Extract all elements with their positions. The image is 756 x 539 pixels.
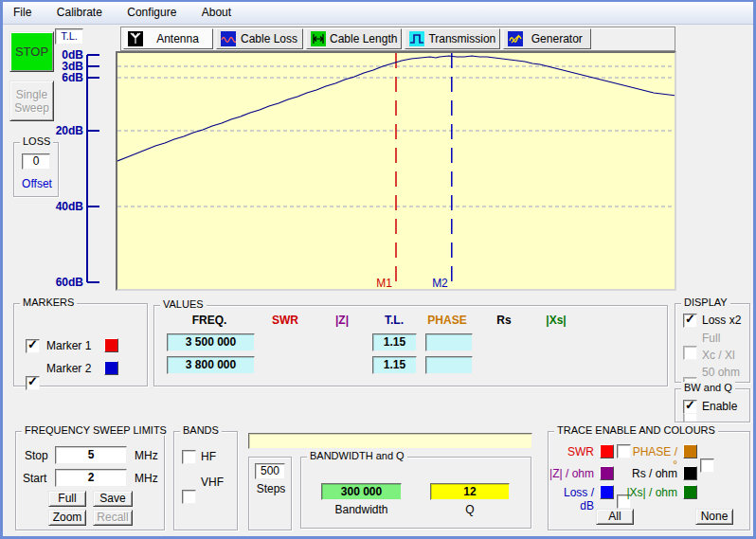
bwq-enable-label: Enable	[702, 400, 737, 413]
chart-plot[interactable]: M1M2	[117, 53, 675, 289]
loss-trace-label: Loss / dB	[549, 486, 594, 512]
rs-colour-swatch[interactable]	[683, 466, 697, 480]
hf-checkbox[interactable]	[182, 450, 196, 464]
tab-cable-loss[interactable]: Cable Loss	[216, 28, 303, 49]
full-label: Full	[702, 332, 720, 345]
start-label: Start	[23, 472, 46, 485]
stop-unit-label: MHz	[135, 449, 158, 462]
fifty-ohm-label: 50 ohm	[702, 366, 740, 379]
vhf-label: VHF	[201, 476, 224, 489]
values-panel-title: VALUES	[160, 298, 207, 310]
tab-cable-length[interactable]: Cable Length	[306, 28, 402, 49]
xs-trace-label: |Xs| / ohm	[622, 486, 677, 499]
mode-tabs: Antenna Cable Loss Cable Length Transmis…	[120, 27, 675, 51]
bands-panel: BANDS HF VHF	[173, 431, 238, 530]
m2-phase-readout	[425, 356, 473, 374]
m1-freq-readout: 3 500 000	[167, 333, 255, 351]
swr-colour-swatch[interactable]	[600, 444, 614, 458]
trace-panel: TRACE ENABLE AND COLOURS SWR PHASE /° |Z…	[548, 431, 750, 530]
col-xs: |Xs|	[546, 314, 566, 327]
marker1-label: Marker 1	[46, 339, 91, 352]
menu-bar: File Calibrate Configure About	[3, 2, 753, 25]
values-panel: VALUES FREQ. SWR |Z| T.L. PHASE Rs |Xs| …	[153, 305, 668, 386]
menu-configure[interactable]: Configure	[117, 2, 187, 24]
recall-button[interactable]: Recall	[93, 510, 133, 526]
status-strip	[248, 433, 532, 449]
loss-x2-checkbox[interactable]	[683, 314, 697, 328]
sweep-limits-panel: FREQUENCY SWEEP LIMITS Stop 5 MHz Start …	[15, 431, 165, 530]
none-traces-button[interactable]: None	[695, 509, 733, 525]
phase-colour-swatch[interactable]	[683, 444, 697, 458]
zoom-button[interactable]: Zoom	[48, 510, 86, 526]
bwq-enable-checkbox[interactable]	[683, 400, 697, 414]
all-traces-button[interactable]: All	[596, 509, 634, 525]
tab-antenna[interactable]: Antenna	[123, 28, 213, 49]
col-tl: T.L.	[385, 314, 404, 327]
col-rs: Rs	[496, 314, 511, 327]
tab-generator[interactable]: Generator	[503, 28, 591, 49]
menu-about[interactable]: About	[191, 2, 242, 24]
marker-label-M1: M1	[376, 277, 392, 289]
loss-offset-panel: LOSS 0 Offset	[13, 142, 59, 197]
z-colour-swatch[interactable]	[600, 466, 614, 480]
full-checkbox	[683, 346, 697, 360]
trace-panel-title: TRACE ENABLE AND COLOURS	[554, 424, 718, 436]
tab-label-cable-length: Cable Length	[330, 32, 397, 45]
loss-offset-label: Offset	[14, 177, 60, 190]
y-axis-tick-label: 60dB	[56, 276, 84, 289]
sweep-limits-title: FREQUENCY SWEEP LIMITS	[22, 424, 170, 436]
bandwidth-label: Bandwidth	[321, 503, 402, 516]
marker1-checkbox[interactable]	[26, 339, 40, 353]
transmission-icon	[409, 31, 424, 46]
m1-phase-readout	[425, 333, 473, 351]
loss-panel-title: LOSS	[20, 135, 53, 147]
single-sweep-button[interactable]: Single Sweep	[9, 81, 54, 121]
markers-panel: MARKERS Marker 1 Marker 2	[13, 303, 148, 386]
bands-panel-title: BANDS	[180, 424, 222, 436]
tab-label-transmission: Transmission	[428, 32, 495, 45]
q-label: Q	[430, 503, 510, 516]
marker2-checkbox[interactable]	[26, 376, 40, 390]
antenna-icon	[128, 31, 143, 46]
col-phase: PHASE	[427, 314, 466, 327]
menu-calibrate[interactable]: Calibrate	[46, 2, 113, 24]
col-swr: SWR	[272, 314, 298, 327]
bwq-panel: BW and Q Enable	[675, 388, 750, 422]
bandwidth-q-panel: BANDWIDTH and Q 300 000 Bandwidth 12 Q	[300, 457, 531, 529]
xs-colour-swatch[interactable]	[683, 485, 697, 499]
marker1-color-swatch[interactable]	[104, 338, 118, 352]
stop-freq-input[interactable]: 5	[55, 446, 127, 464]
stop-button[interactable]: STOP	[9, 31, 54, 72]
y-axis-tick-label: 40dB	[56, 200, 84, 213]
tab-transmission[interactable]: Transmission	[405, 28, 500, 49]
loss-offset-input[interactable]: 0	[22, 153, 50, 170]
col-freq: FREQ.	[192, 314, 227, 327]
tab-label-generator: Generator	[527, 32, 586, 45]
y-axis-tick-label: 20dB	[56, 124, 84, 137]
z-trace-label: |Z| / ohm	[549, 467, 594, 480]
tl-indicator: T.L.	[55, 28, 83, 45]
marker-label-M2: M2	[432, 277, 448, 289]
start-freq-input[interactable]: 2	[55, 469, 127, 487]
vhf-checkbox[interactable]	[182, 490, 196, 504]
steps-panel: 500 Steps	[248, 457, 292, 530]
m2-freq-readout: 3 800 000	[167, 356, 255, 374]
cable-length-icon	[311, 31, 326, 46]
full-sweep-button[interactable]: Full	[48, 491, 86, 507]
bandwidth-readout: 300 000	[321, 483, 402, 500]
start-unit-label: MHz	[135, 472, 158, 485]
y-axis: 0dB3dB6dB20dB40dB60dB	[49, 45, 117, 294]
tab-label-antenna: Antenna	[147, 32, 208, 45]
menu-file[interactable]: File	[3, 2, 42, 24]
steps-input[interactable]: 500	[255, 463, 285, 479]
q-readout: 12	[430, 483, 510, 500]
cable-loss-icon	[221, 31, 236, 46]
bwq-panel-title: BW and Q	[681, 382, 735, 393]
loss-colour-swatch[interactable]	[600, 485, 614, 499]
phase-trace-checkbox[interactable]	[700, 458, 714, 473]
save-button[interactable]: Save	[93, 491, 133, 507]
display-panel: DISPLAY Loss x2 Full Xc / Xl 50 ohm	[675, 303, 750, 383]
marker2-label: Marker 2	[46, 362, 91, 375]
marker2-color-swatch[interactable]	[104, 361, 118, 375]
loss-x2-label: Loss x2	[702, 314, 741, 327]
